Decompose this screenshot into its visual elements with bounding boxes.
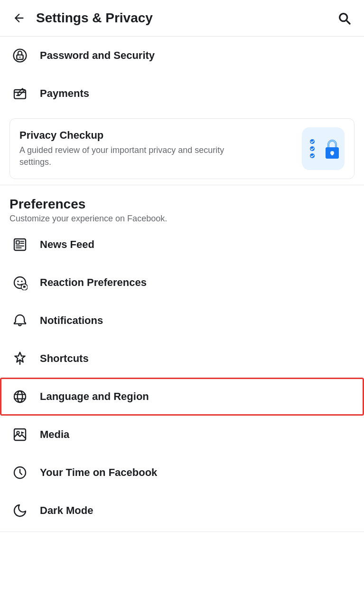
pin-icon <box>9 348 30 369</box>
back-arrow-icon <box>12 11 26 25</box>
menu-item-dark-mode[interactable]: Dark Mode <box>0 492 364 530</box>
svg-rect-20 <box>14 429 26 440</box>
menu-item-payments[interactable]: Payments <box>0 75 364 113</box>
header-left: Settings & Privacy <box>9 9 153 28</box>
language-region-label: Language and Region <box>40 390 149 403</box>
menu-item-shortcuts[interactable]: Shortcuts <box>0 340 364 378</box>
notifications-label: Notifications <box>40 314 103 327</box>
svg-point-2 <box>19 57 21 58</box>
back-button[interactable] <box>9 9 28 28</box>
news-feed-label: News Feed <box>40 238 94 251</box>
globe-icon <box>9 386 30 407</box>
section-divider <box>0 185 364 185</box>
preferences-section-header: Preferences Customize your experience on… <box>0 187 364 226</box>
svg-point-19 <box>18 391 23 402</box>
privacy-checkup-illustration <box>302 127 345 170</box>
lock-icon <box>9 45 30 66</box>
media-icon <box>9 424 30 445</box>
privacy-checkup-text: Privacy Checkup A guided review of your … <box>19 129 247 168</box>
svg-rect-11 <box>331 153 333 155</box>
preferences-title: Preferences <box>9 197 355 212</box>
reaction-icon <box>9 272 30 293</box>
menu-item-password-security[interactable]: Password and Security <box>0 37 364 75</box>
reaction-preferences-label: Reaction Preferences <box>40 276 147 289</box>
shortcuts-label: Shortcuts <box>40 352 89 365</box>
svg-rect-13 <box>16 241 19 244</box>
dark-mode-label: Dark Mode <box>40 504 93 517</box>
search-button[interactable] <box>334 8 355 28</box>
preferences-subtitle: Customize your experience on Facebook. <box>9 214 355 224</box>
svg-point-15 <box>17 281 19 282</box>
menu-item-your-time[interactable]: Your Time on Facebook <box>0 454 364 492</box>
bell-icon <box>9 310 30 331</box>
header: Settings & Privacy <box>0 0 364 37</box>
payments-label: Payments <box>40 87 89 100</box>
menu-item-media[interactable]: Media <box>0 416 364 454</box>
news-feed-icon <box>9 234 30 255</box>
your-time-label: Your Time on Facebook <box>40 466 157 479</box>
svg-point-16 <box>21 281 22 282</box>
page-title: Settings & Privacy <box>36 10 153 26</box>
menu-item-language-region[interactable]: Language and Region <box>0 378 364 416</box>
bottom-divider <box>0 532 364 532</box>
payments-icon <box>9 83 30 104</box>
privacy-checkup-card[interactable]: Privacy Checkup A guided review of your … <box>9 118 355 179</box>
menu-item-news-feed[interactable]: News Feed <box>0 226 364 264</box>
menu-item-reaction-preferences[interactable]: Reaction Preferences <box>0 264 364 302</box>
password-security-label: Password and Security <box>40 49 155 62</box>
media-label: Media <box>40 428 69 441</box>
menu-item-notifications[interactable]: Notifications <box>0 302 364 340</box>
clock-icon <box>9 462 30 483</box>
privacy-checkup-description: A guided review of your important privac… <box>19 144 247 168</box>
svg-marker-23 <box>21 431 25 434</box>
privacy-checkup-title: Privacy Checkup <box>19 129 247 142</box>
moon-icon <box>9 500 30 521</box>
svg-point-18 <box>14 391 26 402</box>
search-icon <box>336 10 352 26</box>
